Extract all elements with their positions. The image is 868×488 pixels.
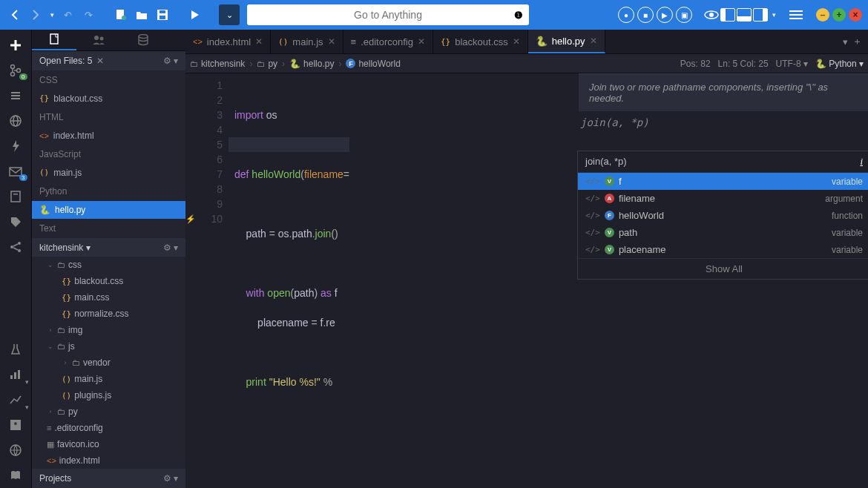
completion-item[interactable]: </>FhelloWorldfunction [578, 207, 868, 224]
nav-back-button[interactable] [6, 6, 24, 24]
tree-file-editorconfig[interactable]: ≡.editorconfig [32, 420, 185, 436]
completion-name: helloWorld [619, 210, 664, 221]
breadcrumb-folder[interactable]: 🗀py [257, 59, 277, 69]
tree-folder-py[interactable]: ›🗀py [32, 403, 185, 420]
svg-rect-10 [11, 92, 20, 93]
right-panel-toggle[interactable] [753, 8, 768, 22]
docs-button[interactable] [0, 463, 32, 488]
svg-point-20 [18, 249, 21, 252]
close-icon[interactable]: ✕ [590, 36, 597, 46]
open-file-button[interactable] [133, 6, 151, 24]
tree-file-index[interactable]: <>index.html [32, 452, 185, 469]
trend-button[interactable]: ▾ [0, 387, 32, 412]
flask-button[interactable] [0, 337, 32, 362]
code-text[interactable]: import os def helloWorld(filename= path … [228, 73, 349, 488]
breadcrumb-symbol[interactable]: FhelloWorld [346, 59, 400, 69]
sidebar-file-blackout[interactable]: {}blackout.css [32, 90, 185, 108]
sidebar-tab-people[interactable] [76, 30, 121, 50]
source-control-button[interactable]: 0 [0, 58, 32, 83]
preview-toggle-icon[interactable] [704, 10, 719, 20]
close-icon[interactable]: ✕ [328, 36, 335, 47]
bottom-panel-toggle[interactable] [737, 8, 752, 22]
projects-header[interactable]: Projects ⚙ ▾ [32, 469, 185, 488]
tab-add-icon[interactable]: ＋ [852, 35, 862, 48]
undo-button[interactable]: ↶ [59, 6, 76, 24]
completion-kind: variable [832, 228, 863, 238]
completion-item[interactable]: </>Vpathvariable [578, 224, 868, 241]
tree-file-blackout[interactable]: {}blackout.css [32, 273, 185, 289]
tree-folder-css[interactable]: ⌄🗀css [32, 257, 185, 273]
tab-index[interactable]: <>index.html✕ [185, 30, 271, 53]
redo-button[interactable]: ↷ [79, 6, 97, 24]
tree-folder-js[interactable]: ⌄🗀js [32, 338, 185, 355]
sidebar-tab-files[interactable] [32, 30, 76, 50]
completion-item[interactable]: </>Afilenameargument [578, 190, 868, 207]
window-maximize-button[interactable]: + [832, 8, 846, 22]
close-icon[interactable]: ✕ [418, 36, 425, 47]
goto-anything-search[interactable]: ❶ [247, 4, 529, 25]
open-files-close-icon[interactable]: ✕ [96, 56, 104, 66]
toolbar-dropdown-button[interactable]: ⌄ [219, 4, 240, 25]
panel-dropdown-icon[interactable]: ▾ [769, 11, 776, 19]
breadcrumb-root[interactable]: 🗀kitchensink [190, 59, 245, 69]
projects-gear-icon[interactable]: ⚙ ▾ [163, 473, 178, 484]
language-selector[interactable]: 🐍 Python ▾ [815, 59, 864, 69]
bookmark-button[interactable] [0, 184, 32, 209]
tree-folder-vendor[interactable]: ›🗀vendor [32, 355, 185, 371]
new-tab-button[interactable] [0, 33, 32, 58]
save-file-button[interactable] [154, 6, 171, 24]
window-minimize-button[interactable]: – [816, 8, 829, 22]
play-macro-button[interactable]: ▶ [657, 7, 673, 23]
breadcrumb-file[interactable]: 🐍hello.py [289, 59, 334, 69]
sidebar-file-mainjs[interactable]: ()main.js [32, 164, 185, 182]
completion-item[interactable]: </>Vfvariable [578, 173, 868, 190]
save-macro-button[interactable]: ▣ [676, 7, 692, 23]
tree-file-normalize[interactable]: {}normalize.css [32, 306, 185, 322]
tree-file-mainjs[interactable]: ()main.js [32, 371, 185, 387]
tag-button[interactable] [0, 209, 32, 234]
new-file-button[interactable] [112, 6, 130, 24]
notifications-button[interactable]: 3 [0, 159, 32, 184]
tab-hello[interactable]: 🐍hello.py✕ [528, 30, 605, 53]
tree-folder-img[interactable]: ›🗀img [32, 322, 185, 338]
tree-file-plugins[interactable]: ()plugins.js [32, 387, 185, 403]
sidebar-file-hello[interactable]: 🐍hello.py [32, 201, 185, 219]
snippet-button[interactable]: * [0, 412, 32, 438]
tree-header[interactable]: kitchensink ▾ ⚙ ▾ [32, 238, 185, 257]
completion-kind: argument [825, 194, 863, 204]
lightning-button[interactable] [0, 133, 32, 159]
sidebar-tab-db[interactable] [121, 30, 165, 50]
info-icon[interactable]: i [860, 156, 863, 168]
open-files-gear-icon[interactable]: ⚙ ▾ [163, 56, 178, 66]
web-button[interactable] [0, 438, 32, 463]
nav-forward-button[interactable] [27, 6, 45, 24]
left-panel-toggle[interactable] [720, 8, 735, 22]
stop-macro-button[interactable]: ■ [637, 7, 654, 23]
globe-button[interactable] [0, 108, 32, 133]
encoding-selector[interactable]: UTF-8 ▾ [776, 59, 808, 69]
tree-gear-icon[interactable]: ⚙ ▾ [163, 243, 178, 253]
sidebar-file-index[interactable]: <>index.html [32, 127, 185, 145]
tab-list-icon[interactable]: ▾ [843, 36, 848, 47]
tab-editorconfig[interactable]: ≡.editorconfig✕ [343, 30, 433, 53]
chart-button[interactable]: ▾ [0, 362, 32, 387]
share-button[interactable] [0, 234, 32, 260]
tree-file-maincss[interactable]: {}main.css [32, 289, 185, 306]
run-button[interactable] [186, 6, 204, 24]
tasks-button[interactable] [0, 83, 32, 108]
tab-main[interactable]: ()main.js✕ [271, 30, 343, 53]
tab-label: index.html [207, 36, 251, 47]
nav-dropdown-icon[interactable]: ▾ [47, 11, 54, 19]
window-close-button[interactable]: × [849, 8, 862, 22]
breadcrumb-bar: 🗀kitchensink › 🗀py › 🐍hello.py › FhelloW… [185, 54, 868, 73]
close-icon[interactable]: ✕ [513, 36, 520, 47]
goto-input[interactable] [254, 9, 522, 21]
close-icon[interactable]: ✕ [255, 36, 263, 47]
completion-show-all[interactable]: Show All [578, 258, 868, 279]
menu-button[interactable] [788, 10, 804, 19]
tree-file-favicon[interactable]: ▦favicon.ico [32, 436, 185, 452]
record-button[interactable]: ● [618, 7, 634, 23]
tab-blackout[interactable]: {}blackout.css✕ [433, 30, 528, 53]
code-editor[interactable]: ⚡ 12345678910 import os def helloWorld(f… [185, 73, 868, 488]
completion-item[interactable]: </>Vplacenamevariable [578, 241, 868, 258]
